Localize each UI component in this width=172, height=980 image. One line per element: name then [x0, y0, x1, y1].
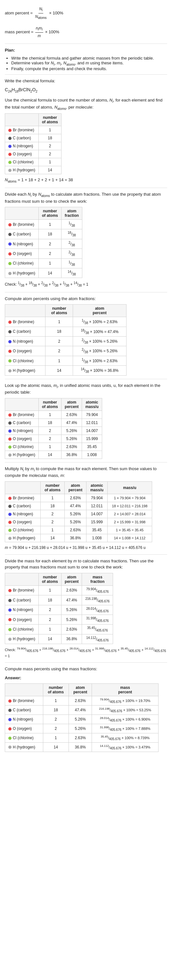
table-row: Cl (chlorine)12.63%35.451 × 35.45 = 35.4…: [5, 526, 152, 534]
table-row: N (nitrogen)25.26%14.007: [5, 426, 102, 434]
table-row: Br (bromine)12.63%79.904/405.676: [5, 585, 113, 595]
mass-table: numberof atoms atompercent atomicmass/u …: [5, 481, 152, 542]
col-atomic-mass-5: atomicmass/u: [86, 481, 107, 494]
table-row: Cl (chlorine)1: [5, 158, 62, 166]
mass-percent-formula: mass percent = nimim × 100%: [5, 25, 167, 40]
col-element-2: [5, 207, 39, 220]
table-row: O (oxygen)25.26%15.999: [5, 434, 102, 442]
use-formula-text: Use the chemical formula to count the nu…: [5, 97, 167, 111]
look-up-text: Look up the atomic mass, mi, in unified …: [5, 382, 167, 396]
col-num-atoms-3: numberof atoms: [46, 305, 73, 317]
col-atomic-mass: atomicmass/u: [82, 398, 102, 410]
table-row: C (carbon)1818/38 × 100% = 47.4%: [5, 327, 126, 336]
col-atom-percent-5: atompercent: [64, 481, 86, 494]
table-row: Br (bromine)12.63%79.9041 × 79.904 = 79.…: [5, 494, 152, 502]
col-atom-fraction: atomfraction: [62, 207, 82, 220]
col-atom-percent-4: atompercent: [62, 398, 82, 410]
plan-item-3: Finally, compute the percents and check …: [11, 66, 167, 71]
col-element-3: [5, 305, 46, 317]
atom-fractions-table: numberof atoms atomfraction Br (bromine)…: [5, 207, 82, 278]
table-row: H (hydrogen)1436.8%14.112/405.676: [5, 634, 113, 644]
table-row: Br (bromine)11/38: [5, 220, 82, 229]
col-atom-percent-3: atompercent: [73, 305, 126, 317]
chemical-formula-label: Write the chemical formula:: [5, 78, 167, 84]
col-num-atoms-4: numberof atoms: [39, 398, 62, 410]
table-row: N (nitrogen)25.26%28.014/405.676 × 100% …: [5, 715, 159, 724]
col-element-1: [5, 114, 39, 126]
table-row: C (carbon)1847.4%216.198/405.676: [5, 595, 113, 605]
col-mass-fraction: massfraction: [82, 573, 113, 585]
table-row: Br (bromine)12.63%79.904: [5, 410, 102, 418]
table-row: Cl (chlorine)12.63%35.45: [5, 442, 102, 450]
table-row: Cl (chlorine)12.63%35.45/405.676: [5, 625, 113, 634]
table-row: O (oxygen)22/38 × 100% = 5.26%: [5, 346, 126, 356]
col-num-atoms-2: numberof atoms: [39, 207, 62, 220]
molecular-mass-equation: m = 79.904 u + 216.198 u + 28.014 u + 31…: [5, 545, 167, 550]
table-row: H (hydrogen)1436.8%14.112/405.676 × 100%…: [5, 742, 159, 752]
atoms-count-table: numberof atoms Br (bromine)1C (carbon)18…: [5, 113, 62, 174]
table-row: O (oxygen)22/38: [5, 249, 82, 258]
col-element-4: [5, 398, 39, 410]
table-row: N (nitrogen)25.26%28.014/405.676: [5, 605, 113, 614]
mass-fraction-table: numberof atoms atompercent massfraction …: [5, 573, 113, 644]
n-atoms-equation: Natoms = 1 + 18 + 2 + 2 + 1 + 14 = 38: [5, 177, 167, 184]
table-row: O (oxygen)25.26%15.9992 × 15.999 = 31.99…: [5, 518, 152, 526]
col-num-atoms-5: numberof atoms: [40, 481, 64, 494]
table-row: Cl (chlorine)11/38 × 100% = 2.63%: [5, 356, 126, 366]
table-row: H (hydrogen)1414/38: [5, 268, 82, 278]
col-atom-percent-6: atompercent: [62, 573, 82, 585]
table-row: H (hydrogen)14: [5, 166, 62, 174]
atom-percent-table: numberof atoms atompercent Br (bromine)1…: [5, 304, 126, 375]
plan-title: Plan:: [5, 47, 167, 54]
atom-percent-formula: atom percent = NiNatoms × 100%: [5, 6, 167, 21]
col-num-atoms-6: numberof atoms: [39, 573, 62, 585]
table-row: N (nitrogen)25.26%14.0072 × 14.007 = 28.…: [5, 510, 152, 518]
table-row: C (carbon)1818/38: [5, 229, 82, 239]
table-row: Cl (chlorine)11/38: [5, 258, 82, 268]
col-atom-percent-7: atompercent: [68, 684, 92, 696]
table-row: C (carbon)1847.4%12.011: [5, 418, 102, 426]
col-mass-percent-7: masspercent: [92, 684, 159, 696]
col-num-atoms-7: numberof atoms: [43, 684, 68, 696]
table-row: O (oxygen)2: [5, 150, 62, 158]
plan-item-1: Write the chemical formula and gather at…: [11, 56, 167, 60]
plan-item-2: Determine values for Ni, mi, Natoms, and…: [11, 60, 167, 66]
compute-atom-percent-text: Compute atom percents using the atom fra…: [5, 296, 167, 302]
check-fractions2: Check: 79.904/405.676 + 216.198/405.676 …: [5, 647, 167, 659]
compute-mass-percent-text: Compute mass percents using the mass fra…: [5, 666, 167, 672]
table-row: C (carbon)1847.4%216.198/405.676 × 100% …: [5, 706, 159, 715]
col-num-atoms-1: numberof atoms: [39, 114, 62, 126]
table-row: Br (bromine)1: [5, 126, 62, 134]
table-row: C (carbon)1847.4%12.01118 × 12.011 = 216…: [5, 502, 152, 510]
table-row: Cl (chlorine)12.63%35.45/405.676 × 100% …: [5, 733, 159, 742]
col-element-7: [5, 684, 43, 696]
divide-text: Divide each Ni by Natoms to calculate at…: [5, 191, 167, 204]
table-row: H (hydrogen)1436.8%1.00814 × 1.008 = 14.…: [5, 534, 152, 542]
table-row: H (hydrogen)1414/38 × 100% = 36.8%: [5, 366, 126, 375]
table-row: O (oxygen)25.26%31.998/405.676: [5, 614, 113, 624]
table-row: H (hydrogen)1436.8%1.008: [5, 450, 102, 459]
table-row: C (carbon)18: [5, 134, 62, 142]
answer-label: Answer:: [5, 675, 167, 681]
col-element-6: [5, 573, 39, 585]
multiply-text: Multiply Ni by mi to compute the mass fo…: [5, 466, 167, 479]
table-row: O (oxygen)25.26%31.998/405.676 × 100% = …: [5, 724, 159, 733]
table-row: N (nitrogen)22/38: [5, 239, 82, 248]
table-row: N (nitrogen)2: [5, 142, 62, 150]
mass-fraction-text: Divide the mass for each element by m to…: [5, 558, 167, 570]
table-row: N (nitrogen)22/38 × 100% = 5.26%: [5, 337, 126, 346]
col-mass-u: mass/u: [107, 481, 152, 494]
table-row: Br (bromine)11/38 × 100% = 2.63%: [5, 317, 126, 327]
answer-table: numberof atoms atompercent masspercent B…: [5, 683, 159, 752]
chemical-formula: C24H18BrClN2O2: [5, 86, 167, 94]
atomic-mass-table: numberof atoms atompercent atomicmass/u …: [5, 398, 102, 459]
col-element-5: [5, 481, 41, 494]
table-row: Br (bromine)12.63%79.904/405.676 × 100% …: [5, 696, 159, 706]
check-fractions: Check: 1/38 + 18/38 + 2/38 + 2/38 + 1/38…: [5, 280, 167, 288]
